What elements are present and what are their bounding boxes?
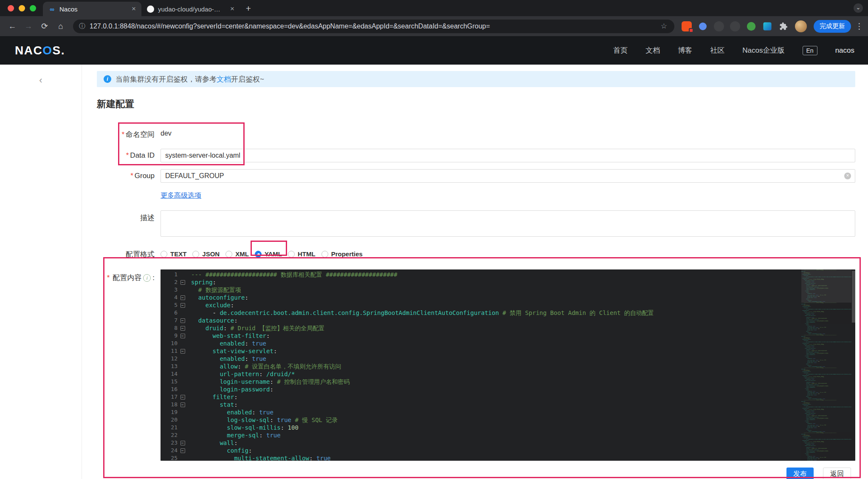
fold-marker-icon[interactable]: − (180, 395, 185, 400)
gutter-line: 24− (161, 447, 189, 454)
nacos-nav: 首页文档博客社区Nacos企业版 En nacos (613, 45, 854, 55)
advanced-options-link[interactable]: 更多高级选项 (161, 192, 201, 199)
nacos-nav-item-2[interactable]: 博客 (678, 45, 692, 55)
url-bar[interactable]: ⓘ ☆ (73, 20, 674, 33)
format-radio-properties[interactable]: Properties (321, 250, 363, 258)
fold-marker-icon[interactable]: − (180, 303, 185, 308)
format-label: 配置格式 (97, 247, 155, 259)
auth-warning-banner: i 当前集群没有开启鉴权，请参考文档开启鉴权~ (97, 71, 855, 87)
format-row: 配置格式 TEXTJSONXMLYAMLHTMLProperties (97, 247, 855, 259)
code-line: web-stat-filter: (191, 332, 855, 340)
fold-marker-icon[interactable]: − (180, 448, 185, 453)
code-line: exclude: (191, 301, 855, 309)
bookmark-star-icon[interactable]: ☆ (661, 22, 667, 31)
home-icon[interactable]: ⌂ (54, 20, 68, 33)
code-line: allow: # 设置白名单，不填则允许所有访问 (191, 363, 855, 370)
gutter-line: 14 (161, 370, 189, 378)
fold-marker-icon[interactable]: − (180, 441, 185, 445)
fold-marker-icon[interactable]: − (180, 334, 185, 338)
fold-marker-icon[interactable]: − (180, 280, 185, 285)
site-info-icon[interactable]: ⓘ (79, 22, 85, 30)
close-tab-icon[interactable]: × (130, 5, 138, 13)
format-radio-html[interactable]: HTML (288, 250, 316, 258)
description-input[interactable] (161, 210, 855, 237)
code-line: multi-statement-allow: true (191, 454, 855, 461)
format-radio-yaml[interactable]: YAML (255, 250, 282, 258)
line-number: 15 (161, 378, 178, 385)
format-radio-json[interactable]: JSON (192, 250, 220, 258)
new-tab-button[interactable]: + (242, 3, 254, 15)
banner-text: 当前集群没有开启鉴权，请参考文档开启鉴权~ (116, 74, 264, 84)
code-line: url-pattern: /druid/* (191, 370, 855, 378)
extension-blue-icon[interactable] (699, 23, 707, 30)
browser-menu-icon[interactable]: ⋮ (855, 21, 863, 31)
tab-github[interactable]: yudao-cloud/yudao-module-... × (141, 2, 240, 16)
minimize-window-button[interactable] (19, 5, 25, 11)
extensions-puzzle-icon[interactable] (778, 21, 789, 31)
zoom-window-button[interactable] (30, 5, 36, 11)
gutter-line: 22 (161, 431, 189, 439)
extension-teal-icon[interactable] (763, 22, 771, 30)
help-icon[interactable]: i (143, 274, 151, 282)
format-radio-xml[interactable]: XML (225, 250, 249, 258)
extension-dark-icon[interactable] (714, 21, 724, 31)
publish-button[interactable]: 发布 (786, 468, 814, 479)
reload-icon[interactable]: ⟳ (37, 20, 52, 33)
banner-text-prefix: 当前集群没有开启鉴权，请参考 (116, 75, 217, 83)
line-number: 22 (161, 431, 178, 439)
line-number: 7 (161, 317, 178, 324)
forward-icon[interactable]: → (21, 20, 36, 33)
return-button[interactable]: 返回 (823, 468, 851, 479)
sidebar-collapse-icon[interactable]: ‹ (39, 75, 42, 86)
radio-label: HTML (298, 250, 316, 258)
gutter-line: 1 (161, 271, 189, 278)
group-input[interactable] (161, 169, 855, 183)
gutter-line: 8− (161, 324, 189, 332)
fold-marker-icon[interactable]: − (180, 318, 185, 323)
back-icon[interactable]: ← (5, 20, 20, 33)
nacos-nav-item-4[interactable]: Nacos企业版 (742, 45, 784, 55)
editor-scrollbar[interactable] (852, 271, 855, 323)
editor-code[interactable]: --- #################### 数据库相关配置 #######… (189, 269, 855, 461)
line-number: 18 (161, 401, 178, 408)
tab-search-button[interactable]: ⌄ (854, 3, 863, 13)
line-number: 11 (161, 347, 178, 355)
gutter-line: 13 (161, 363, 189, 370)
docs-link[interactable]: 文档 (217, 75, 231, 83)
nacos-nav-item-1[interactable]: 文档 (645, 45, 660, 55)
extension-adblock-icon[interactable] (682, 21, 692, 31)
fold-marker-icon[interactable]: − (180, 402, 185, 407)
advanced-options-row: 更多高级选项 (97, 191, 855, 200)
gutter-line: 10 (161, 340, 189, 347)
gutter-line: 16 (161, 385, 189, 393)
format-radio-text[interactable]: TEXT (161, 250, 186, 258)
fold-marker-icon[interactable]: − (180, 349, 185, 354)
editor-minimap[interactable]: --- #################### 数据库相关配置 #######… (801, 269, 851, 461)
fold-marker-icon[interactable]: − (180, 326, 185, 331)
url-input[interactable] (90, 23, 657, 30)
extension-green-icon[interactable] (747, 22, 755, 30)
close-tab-icon[interactable]: × (228, 5, 237, 13)
nacos-nav-item-3[interactable]: 社区 (710, 45, 724, 55)
data-id-label-text: Data ID (130, 151, 155, 159)
tab-nacos[interactable]: ∞ Nacos × (43, 2, 141, 16)
user-menu[interactable]: nacos (835, 46, 854, 55)
profile-avatar[interactable] (795, 20, 807, 32)
clear-input-icon[interactable]: × (844, 173, 851, 179)
nacos-logo[interactable]: NACOS. (15, 44, 65, 57)
fold-marker-icon[interactable]: − (180, 295, 185, 300)
data-id-input[interactable] (161, 149, 855, 162)
line-number: 1 (161, 271, 178, 278)
extension-dark-icon[interactable] (730, 21, 740, 31)
nacos-nav-item-0[interactable]: 首页 (613, 45, 628, 55)
gutter-line: 11− (161, 347, 189, 355)
line-number: 20 (161, 416, 178, 424)
chrome-update-button[interactable]: 完成更新 (814, 20, 851, 33)
language-toggle[interactable]: En (803, 46, 817, 55)
github-favicon-icon (147, 6, 154, 13)
radio-circle-icon (192, 251, 199, 258)
config-editor[interactable]: 12−34−5−67−8−9−1011−121314151617−18−1920… (161, 269, 855, 461)
close-window-button[interactable] (8, 5, 14, 11)
extension-badge (689, 28, 693, 33)
nacos-nav-items: 首页文档博客社区Nacos企业版 (613, 45, 784, 55)
